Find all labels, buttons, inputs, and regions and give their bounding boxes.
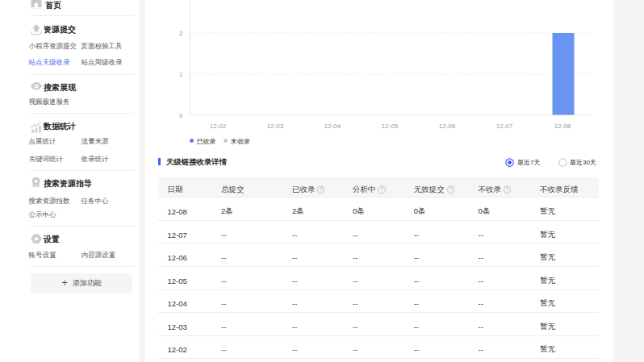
svg-text:2: 2 — [179, 30, 183, 37]
svg-text:未收录: 未收录 — [230, 138, 250, 145]
svg-text:12-03: 12-03 — [267, 123, 284, 130]
svg-text:12-02: 12-02 — [210, 123, 227, 130]
svg-text:12-06: 12-06 — [439, 123, 456, 130]
svg-text:0: 0 — [179, 112, 183, 119]
svg-text:已收录: 已收录 — [197, 138, 216, 145]
svg-text:12-05: 12-05 — [382, 123, 399, 130]
svg-text:12-08: 12-08 — [554, 123, 571, 130]
svg-text:1: 1 — [179, 71, 183, 78]
svg-text:12-07: 12-07 — [496, 123, 513, 130]
svg-text:12-04: 12-04 — [324, 123, 341, 130]
